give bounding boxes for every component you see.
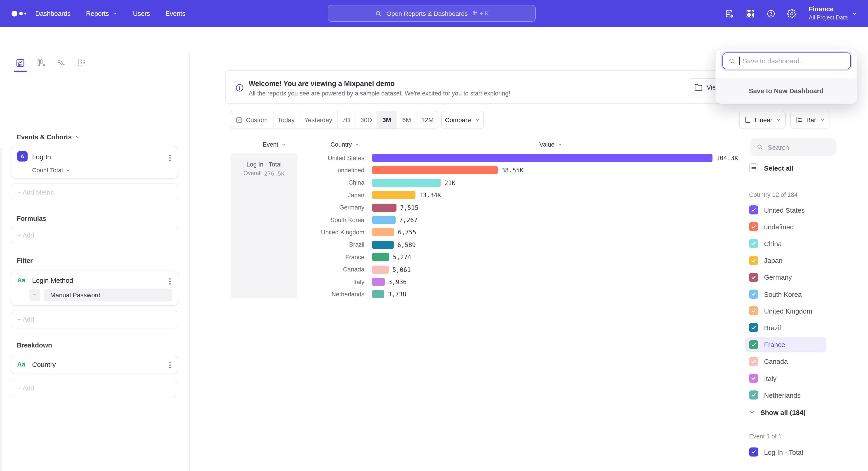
legend-checkbox[interactable] xyxy=(749,256,758,265)
property-type-icon: Aa xyxy=(17,361,25,368)
check-icon xyxy=(751,241,756,246)
chart-type-button[interactable]: Bar xyxy=(790,111,830,129)
tab-flows[interactable] xyxy=(56,57,67,69)
breakdown-card[interactable]: Aa Country xyxy=(11,355,178,374)
range-3m[interactable]: 3M xyxy=(377,111,397,128)
legend-checkbox[interactable] xyxy=(749,357,758,366)
bar-segment[interactable] xyxy=(372,154,712,162)
legend-item-united-states[interactable]: United States xyxy=(749,202,808,217)
bar-segment[interactable] xyxy=(372,290,384,298)
aggregation-selector[interactable]: Count Total xyxy=(32,167,70,174)
legend-checkbox[interactable] xyxy=(749,374,758,383)
legend-checkbox[interactable] xyxy=(749,290,758,299)
legend-item-germany[interactable]: Germany xyxy=(749,270,796,285)
compare-button[interactable]: Compare xyxy=(441,111,484,129)
legend-item-canada[interactable]: Canada xyxy=(749,354,792,369)
event-column-header[interactable]: Event xyxy=(263,141,286,148)
legend-item-france[interactable]: France xyxy=(745,337,827,352)
tab-funnels[interactable] xyxy=(35,57,47,69)
chevron-down-icon xyxy=(776,117,781,123)
nav-item-events[interactable]: Events xyxy=(165,10,186,17)
bar-segment[interactable] xyxy=(372,166,498,174)
range-yesterday[interactable]: Yesterday xyxy=(299,111,338,128)
global-search-button[interactable]: Open Reports & Dashboards ⌘ + K xyxy=(328,5,536,22)
legend-item-undefined[interactable]: undefined xyxy=(749,219,798,234)
legend-item-south-korea[interactable]: South Korea xyxy=(749,286,805,302)
nav-item-users[interactable]: Users xyxy=(133,10,150,17)
legend-checkbox[interactable] xyxy=(749,306,758,315)
check-icon xyxy=(751,359,756,364)
bar-value-label: 3,936 xyxy=(388,278,407,286)
nav-item-dashboards[interactable]: Dashboards xyxy=(35,10,70,17)
settings-gear-icon[interactable] xyxy=(781,9,802,18)
breakdown-kebab-icon[interactable] xyxy=(167,360,173,370)
range-12m[interactable]: 12M xyxy=(417,111,438,128)
scale-selector-button[interactable]: Linear xyxy=(739,111,786,129)
nav-item-reports[interactable]: Reports xyxy=(86,10,118,17)
legend-checkbox[interactable] xyxy=(749,323,758,332)
legend-item-japan[interactable]: Japan xyxy=(749,253,786,268)
events-cohorts-section-label[interactable]: Events & Cohorts xyxy=(17,134,80,141)
bar-segment[interactable] xyxy=(372,278,385,286)
save-to-dashboard-input[interactable]: Save to dashboard... xyxy=(722,53,851,69)
bar-segment[interactable] xyxy=(372,216,396,224)
legend-checkbox[interactable] xyxy=(749,273,758,282)
filter-property-name[interactable]: Login Method xyxy=(32,276,73,284)
bar-category-label: Brazil xyxy=(301,241,364,248)
select-all-row[interactable]: Select all xyxy=(749,160,797,176)
save-to-new-dashboard-button[interactable]: Save to New Dashboard xyxy=(716,78,857,104)
range-today[interactable]: Today xyxy=(274,111,299,128)
chevron-down-icon xyxy=(557,142,562,147)
value-column-header[interactable]: Value xyxy=(539,141,562,148)
legend-checkbox[interactable] xyxy=(749,205,758,214)
select-all-label: Select all xyxy=(764,164,794,172)
bar-segment[interactable] xyxy=(372,241,394,249)
select-all-checkbox[interactable] xyxy=(749,163,758,172)
legend-item-brazil[interactable]: Brazil xyxy=(749,320,784,335)
add-metric-button[interactable]: + Add Metric xyxy=(11,183,178,201)
legend-item-netherlands[interactable]: Netherlands xyxy=(749,387,804,403)
mixpanel-logo-icon[interactable] xyxy=(10,9,29,18)
filter-value-input[interactable]: Manual Password xyxy=(44,289,172,301)
range-6m[interactable]: 6M xyxy=(397,111,417,128)
bar-segment[interactable] xyxy=(372,179,441,187)
add-breakdown-button[interactable]: + Add xyxy=(11,379,178,397)
metric-card[interactable]: A Log In Count Total xyxy=(11,146,178,179)
breakdown-property-name[interactable]: Country xyxy=(32,361,56,368)
filter-operator-chip[interactable]: = xyxy=(29,289,40,301)
bar-segment[interactable] xyxy=(372,228,394,236)
bar-segment[interactable] xyxy=(372,253,389,261)
metric-event-name[interactable]: Log In xyxy=(32,153,51,160)
add-formula-button[interactable]: + Add xyxy=(11,226,178,244)
tab-insights[interactable] xyxy=(14,57,26,69)
add-filter-button[interactable]: + Add xyxy=(11,310,178,328)
metric-kebab-icon[interactable] xyxy=(167,153,173,163)
filter-card[interactable]: Aa Login Method = Manual Password xyxy=(11,271,178,306)
bar-value-label: 6,755 xyxy=(398,229,416,236)
legend-item-united-kingdom[interactable]: United Kingdom xyxy=(749,303,816,319)
event-summary-panel[interactable]: Log In - Total Overall 276.5K xyxy=(230,153,298,298)
filter-kebab-icon[interactable] xyxy=(167,276,173,286)
bar-segment[interactable] xyxy=(372,191,415,199)
project-switcher[interactable]: Finance All Project Data xyxy=(809,4,848,22)
range-7d[interactable]: 7D xyxy=(338,111,355,128)
range-custom[interactable]: Custom xyxy=(230,111,274,128)
bar-segment[interactable] xyxy=(372,203,397,211)
data-management-icon[interactable] xyxy=(719,9,740,18)
legend-checkbox[interactable] xyxy=(749,340,758,349)
legend-item-italy[interactable]: Italy xyxy=(749,371,780,386)
legend-search-input[interactable]: Search xyxy=(750,139,836,156)
apps-grid-icon[interactable] xyxy=(740,9,761,18)
bar-segment[interactable] xyxy=(372,265,389,273)
tab-retention[interactable] xyxy=(75,57,87,69)
breakdown-column-header[interactable]: Country xyxy=(331,141,360,148)
legend-checkbox[interactable] xyxy=(749,239,758,248)
legend-checkbox[interactable] xyxy=(749,390,758,400)
legend-event-item-log-in-total[interactable]: Log In - Total xyxy=(749,444,807,460)
help-icon[interactable] xyxy=(761,9,781,18)
legend-checkbox[interactable] xyxy=(749,222,758,231)
legend-item-china[interactable]: China xyxy=(749,236,785,251)
legend-checkbox[interactable] xyxy=(749,447,758,457)
show-all-button[interactable]: Show all (184) xyxy=(749,405,806,419)
range-30d[interactable]: 30D xyxy=(355,111,377,128)
